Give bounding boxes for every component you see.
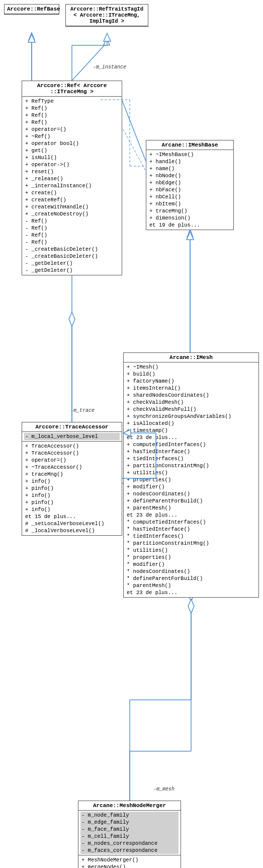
ref-item-5: + ~Ref() — [24, 133, 120, 140]
ref-item-12: + _internalInstance() — [24, 182, 120, 189]
ta-item-3: + ~TraceAccessor() — [24, 464, 120, 471]
imeshbase-item-7: + nbItem() — [148, 200, 231, 207]
ta-item-4: + traceMng() — [24, 471, 120, 478]
imeshbase-title: Arcane::IMeshBase — [146, 140, 233, 150]
im-item-11: + computeTiedInterfaces() — [126, 441, 256, 448]
svg-line-4 — [122, 101, 146, 161]
im-item-23: * hasTiedInterface() — [126, 526, 256, 533]
ref-item-15: + createWithHandle() — [24, 203, 120, 210]
im-item-15: + utilities() — [126, 469, 256, 476]
ref-item-19: - Ref() — [24, 232, 120, 239]
imeshbase-item-1: + handle() — [148, 158, 231, 165]
im-item-28: * modifier() — [126, 561, 256, 568]
ref-itracemng-title: Arccore::Ref< Arccore ::ITraceMng > — [22, 81, 122, 97]
im-item-7: + synchronizeGroupsAndVariables() — [126, 413, 256, 420]
ta-item-9: + info() — [24, 506, 120, 513]
im-item-14: + partitionConstraintMng() — [126, 462, 256, 469]
refbase-title: Arccore::RefBase — [5, 5, 59, 14]
ref-item-7: + get() — [24, 147, 120, 154]
ref-item-23: - _getDeleter() — [24, 260, 120, 267]
im-item-32: et 23 de plus... — [126, 589, 256, 596]
ref-item-4: + operator=() — [24, 126, 120, 133]
im-item-12: + hasTiedInterface() — [126, 448, 256, 455]
traceaccessor-box: Arccore::TraceAccessor - m_local_verbose… — [22, 422, 122, 536]
traceaccessor-neg-item-0: - m_local_verbose_level — [24, 433, 120, 440]
meshnodemerger-neg-section: - m_node_family - m_edge_family - m_face… — [78, 811, 181, 855]
ref-item-14: + createRef() — [24, 196, 120, 203]
imeshbase-item-0: + ~IMeshBase() — [148, 151, 231, 158]
imeshbase-item-10: et 19 de plus... — [148, 222, 231, 229]
im-item-27: * properties() — [126, 554, 256, 561]
ref-item-6: + operator bool() — [24, 140, 120, 147]
im-item-24: * tiedInterfaces() — [126, 533, 256, 540]
im-item-2: + factoryName() — [126, 378, 256, 385]
traceaccessor-neg-section: - m_local_verbose_level — [22, 432, 122, 442]
im-item-22: * computeTiedInterfaces() — [126, 519, 256, 526]
imeshbase-item-3: + nbNode() — [148, 172, 231, 179]
m-instance-label: -m_instance — [93, 64, 126, 70]
mnm-item-1: + mergeNodes() — [80, 863, 179, 868]
meshnodemerger-section: + MeshNodeMerger() + mergeNodes() — [78, 855, 181, 868]
ref-item-17: - Ref() — [24, 218, 120, 225]
ta-item-10: et 15 de plus... — [24, 513, 120, 520]
ta-item-12: # _localVerboseLevel() — [24, 527, 120, 534]
imeshbase-item-5: + nbFace() — [148, 186, 231, 193]
ref-item-24: - _getDeleter() — [24, 267, 120, 274]
svg-marker-1 — [29, 33, 35, 40]
reftraitstag-box: Arccore::RefTraitsTagId < Arccore::ITrac… — [65, 4, 148, 27]
mnm-neg-item-1: - m_edge_family — [80, 819, 179, 826]
ta-item-7: + info() — [24, 492, 120, 499]
ta-item-5: + info() — [24, 478, 120, 485]
im-item-17: + modifier() — [126, 483, 256, 490]
ref-item-16: + _createNoDestroy() — [24, 210, 120, 218]
svg-line-2 — [72, 43, 107, 81]
ref-item-10: + reset() — [24, 168, 120, 175]
ref-item-3: + Ref() — [24, 119, 120, 126]
m-mesh-label: -m_mesh — [153, 786, 174, 792]
m-trace-label: -m_trace — [70, 408, 95, 413]
refbase-box: Arccore::RefBase — [4, 4, 59, 15]
ref-itracemng-box: Arccore::Ref< Arccore ::ITraceMng > + Re… — [22, 81, 122, 275]
imeshbase-item-4: + nbEdge() — [148, 179, 231, 186]
ta-item-1: + TraceAccessor() — [24, 450, 120, 457]
imeshbase-section: + ~IMeshBase() + handle() + name() + nbN… — [146, 150, 233, 230]
ref-item-11: + _release() — [24, 175, 120, 182]
svg-marker-24 — [104, 33, 111, 41]
ref-item-1: + Ref() — [24, 105, 120, 112]
svg-marker-20 — [28, 34, 35, 42]
imesh-title: Arcane::IMesh — [124, 353, 258, 363]
ta-item-0: + TraceAccessor() — [24, 443, 120, 450]
ta-item-8: + pinfo() — [24, 499, 120, 506]
im-item-4: + sharedNodesCoordinates() — [126, 392, 256, 399]
im-item-10: et 23 de plus... — [126, 434, 256, 441]
svg-marker-31 — [69, 312, 75, 326]
im-item-29: * nodesCoordinates() — [126, 568, 256, 575]
imeshbase-item-2: + name() — [148, 165, 231, 172]
mnm-item-0: + MeshNodeMerger() — [80, 856, 179, 863]
ref-item-8: + isNull() — [24, 154, 120, 161]
im-item-25: * partitionConstraintMng() — [126, 540, 256, 547]
imeshbase-item-6: + nbCell() — [148, 193, 231, 200]
svg-marker-3 — [104, 38, 110, 45]
mnm-neg-item-0: - m_node_family — [80, 812, 179, 819]
meshnodemerger-title: Arcane::MeshNodeMerger — [78, 801, 181, 811]
ta-item-2: + operator=() — [24, 457, 120, 464]
svg-marker-39 — [188, 599, 194, 613]
traceaccessor-section: + TraceAccessor() + TraceAccessor() + op… — [22, 442, 122, 535]
ref-item-22: - _createBasicDeleter() — [24, 253, 120, 260]
im-item-16: + properties() — [126, 476, 256, 483]
im-item-30: * defineParentForBuild() — [126, 575, 256, 582]
im-item-9: + timestamp() — [126, 427, 256, 434]
im-item-6: + checkValidMeshFull() — [126, 406, 256, 413]
ta-item-6: + pinfo() — [24, 485, 120, 492]
mnm-neg-item-4: - m_nodes_correspondance — [80, 840, 179, 847]
meshnodemerger-box: Arcane::MeshNodeMerger - m_node_family -… — [78, 801, 181, 868]
im-item-19: + defineParentForBuild() — [126, 497, 256, 504]
im-item-5: + checkValidMesh() — [126, 399, 256, 406]
ref-item-13: + create() — [24, 189, 120, 196]
diagram-container: Arccore::RefBase Arccore::RefTraitsTagId… — [0, 0, 263, 868]
ref-item-2: + Ref() — [24, 112, 120, 119]
im-item-3: + itemsInternal() — [126, 385, 256, 392]
ref-item-0: + RefType — [24, 98, 120, 105]
im-item-31: * parentMesh() — [126, 582, 256, 589]
